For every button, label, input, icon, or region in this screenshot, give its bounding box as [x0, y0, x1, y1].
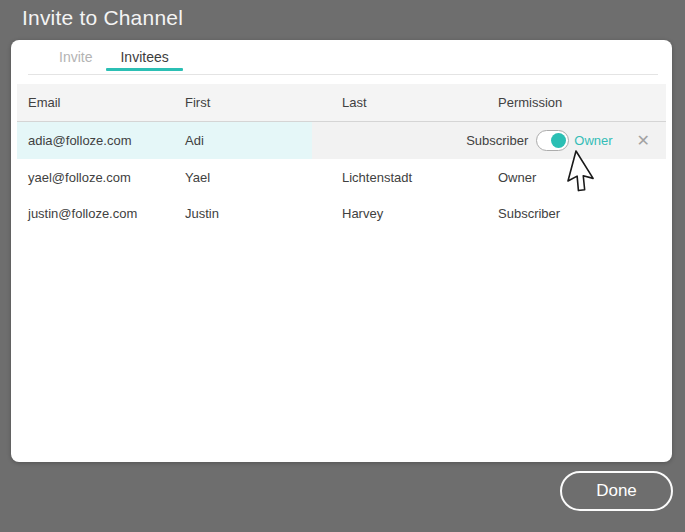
cell-email: yael@folloze.com	[17, 170, 174, 185]
cell-first-name: Yael	[174, 170, 331, 185]
cell-first-name[interactable]: Adi	[174, 133, 312, 148]
toggle-label-owner: Owner	[574, 133, 612, 148]
column-header-email: Email	[17, 95, 174, 110]
table-row[interactable]: yael@folloze.com Yael Lichtenstadt Owner	[17, 159, 666, 195]
tab-invitees-label: Invitees	[120, 49, 168, 65]
cell-last-name: Harvey	[331, 206, 487, 221]
tab-invite-label: Invite	[59, 49, 92, 65]
cell-email[interactable]: adia@folloze.com	[17, 133, 174, 148]
tab-invite[interactable]: Invite	[45, 40, 106, 74]
cell-email: justin@folloze.com	[17, 206, 174, 221]
cell-permission: Subscriber	[487, 206, 666, 221]
done-button[interactable]: Done	[560, 471, 673, 511]
tab-bar: Invite Invitees	[28, 40, 658, 75]
toggle-label-subscriber: Subscriber	[466, 133, 528, 148]
column-header-permission: Permission	[487, 95, 666, 110]
invitees-table: Email First Last Permission adia@folloze…	[17, 84, 666, 231]
column-header-last: Last	[331, 95, 487, 110]
invite-modal-card: Invite Invitees Email First Last Permiss…	[11, 40, 672, 462]
table-header-row: Email First Last Permission	[17, 84, 666, 122]
cell-last-name: Lichtenstadt	[331, 170, 487, 185]
table-row-editing[interactable]: adia@folloze.com Adi Subscriber Owner ✕	[17, 122, 666, 159]
cell-permission: Owner	[487, 170, 666, 185]
permission-toggle[interactable]	[536, 130, 569, 151]
remove-invitee-icon[interactable]: ✕	[637, 133, 650, 149]
modal-title: Invite to Channel	[22, 6, 183, 30]
table-row[interactable]: justin@folloze.com Justin Harvey Subscri…	[17, 195, 666, 231]
tab-invitees[interactable]: Invitees	[106, 40, 182, 74]
cell-first-name: Justin	[174, 206, 331, 221]
toggle-knob	[551, 133, 566, 148]
column-header-first: First	[174, 95, 331, 110]
